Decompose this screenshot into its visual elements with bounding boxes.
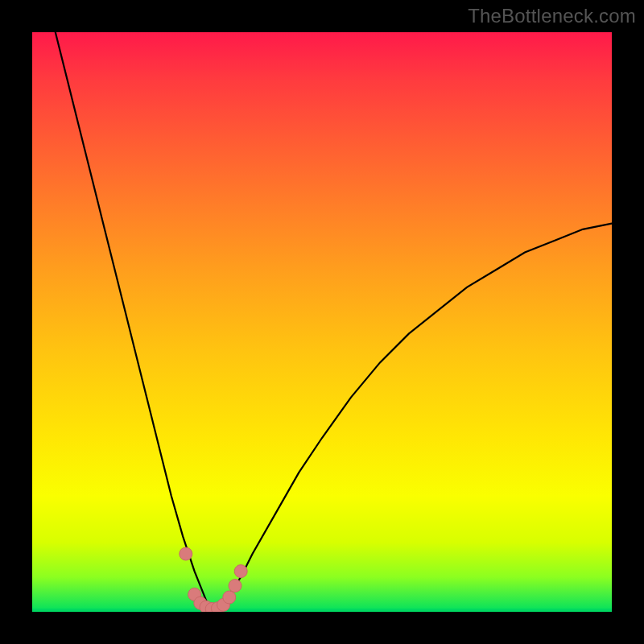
watermark: TheBottleneck.com — [468, 5, 636, 27]
marker-dot — [229, 580, 242, 592]
marker-dot — [234, 565, 247, 578]
marker-dot — [180, 547, 192, 560]
bottleneck-curve — [56, 32, 612, 612]
plot-area — [32, 32, 612, 612]
marker-dot — [223, 591, 236, 604]
curve-layer — [32, 32, 612, 612]
chart-container: TheBottleneck.com — [0, 0, 644, 644]
data-markers — [180, 547, 247, 612]
